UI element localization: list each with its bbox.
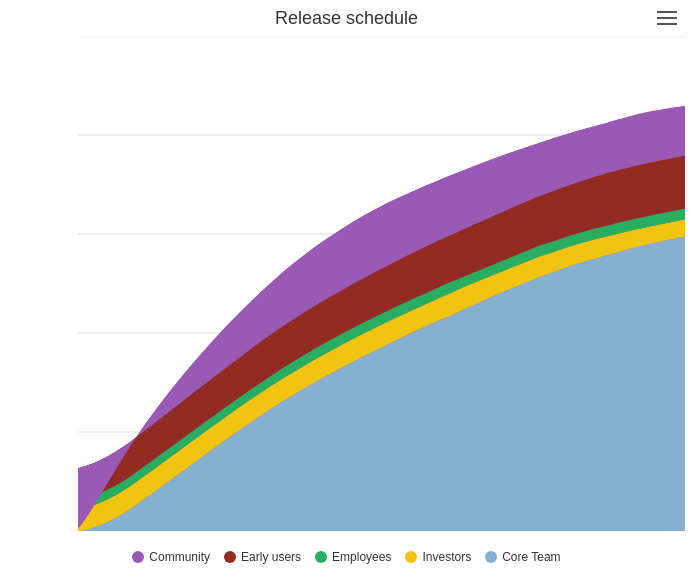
legend-item-core-team: Core Team <box>485 550 560 564</box>
legend-item-community: Community <box>132 550 210 564</box>
chart-title: Release schedule <box>275 8 418 29</box>
legend-dot-core-team <box>485 551 497 563</box>
legend-dot-employees <box>315 551 327 563</box>
legend-dot-early-users <box>224 551 236 563</box>
legend-dot-community <box>132 551 144 563</box>
menu-icon[interactable] <box>657 11 677 25</box>
legend-item-investors: Investors <box>405 550 471 564</box>
chart-header: Release schedule <box>0 0 693 36</box>
legend-label-employees: Employees <box>332 550 391 564</box>
chart-svg: 2 500M 2 000M 1 500M 1 000M 500M 0 <box>78 36 685 531</box>
legend-label-early-users: Early users <box>241 550 301 564</box>
legend-dot-investors <box>405 551 417 563</box>
chart-area: 2 500M 2 000M 1 500M 1 000M 500M 0 <box>78 36 685 531</box>
legend-item-employees: Employees <box>315 550 391 564</box>
legend-item-early-users: Early users <box>224 550 301 564</box>
legend-label-investors: Investors <box>422 550 471 564</box>
y-axis <box>26 36 78 531</box>
legend-label-community: Community <box>149 550 210 564</box>
legend-label-core-team: Core Team <box>502 550 560 564</box>
page-container: Release schedule CRV release schedule <box>0 0 693 581</box>
chart-legend: Community Early users Employees Investor… <box>8 531 685 581</box>
